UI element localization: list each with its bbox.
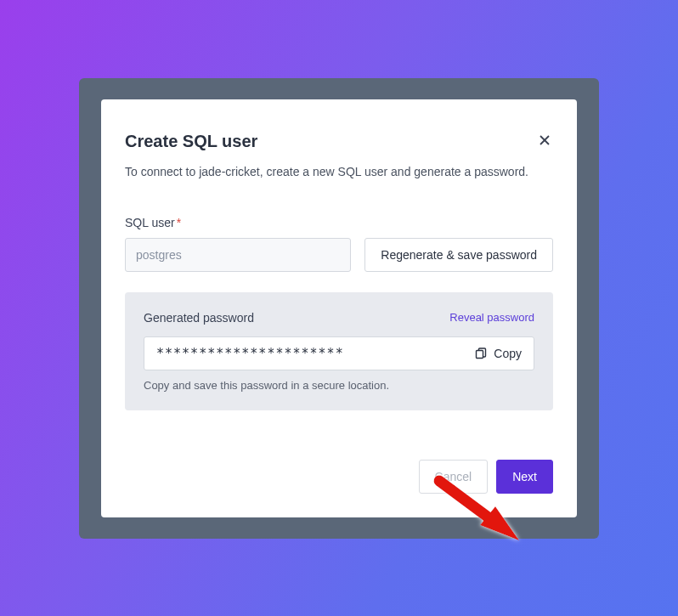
copy-label: Copy bbox=[494, 347, 522, 360]
modal-footer: Cancel Next bbox=[125, 460, 553, 494]
modal-backdrop: Create SQL user To connect to jade-crick… bbox=[79, 78, 599, 539]
cancel-button[interactable]: Cancel bbox=[419, 460, 489, 494]
sql-user-label: SQL user* bbox=[125, 216, 351, 229]
required-marker: * bbox=[177, 216, 181, 229]
sql-user-input[interactable] bbox=[125, 238, 351, 272]
svg-marker-4 bbox=[480, 506, 519, 540]
next-button[interactable]: Next bbox=[496, 460, 553, 494]
sql-user-field-group: SQL user* bbox=[125, 216, 351, 272]
svg-rect-2 bbox=[477, 350, 483, 358]
regenerate-password-button[interactable]: Regenerate & save password bbox=[364, 238, 553, 272]
sql-user-label-text: SQL user bbox=[125, 216, 175, 229]
copy-password-button[interactable]: Copy bbox=[474, 347, 522, 360]
close-button[interactable] bbox=[536, 132, 553, 149]
modal-subtitle: To connect to jade-cricket, create a new… bbox=[125, 165, 553, 178]
generated-password-panel: Generated password Reveal password *****… bbox=[125, 292, 553, 410]
copy-icon bbox=[474, 347, 488, 360]
modal-title: Create SQL user bbox=[125, 132, 257, 151]
password-display-box: ********************** Copy bbox=[144, 336, 534, 370]
generated-password-label: Generated password bbox=[144, 311, 254, 325]
create-sql-user-modal: Create SQL user To connect to jade-crick… bbox=[101, 99, 577, 517]
close-icon bbox=[538, 133, 551, 147]
masked-password-value: ********************** bbox=[156, 346, 344, 361]
password-panel-header: Generated password Reveal password bbox=[144, 311, 534, 325]
user-form-row: SQL user* Regenerate & save password bbox=[125, 216, 553, 272]
password-hint: Copy and save this password in a secure … bbox=[144, 379, 534, 392]
reveal-password-button[interactable]: Reveal password bbox=[449, 311, 534, 324]
modal-header: Create SQL user bbox=[125, 132, 553, 151]
